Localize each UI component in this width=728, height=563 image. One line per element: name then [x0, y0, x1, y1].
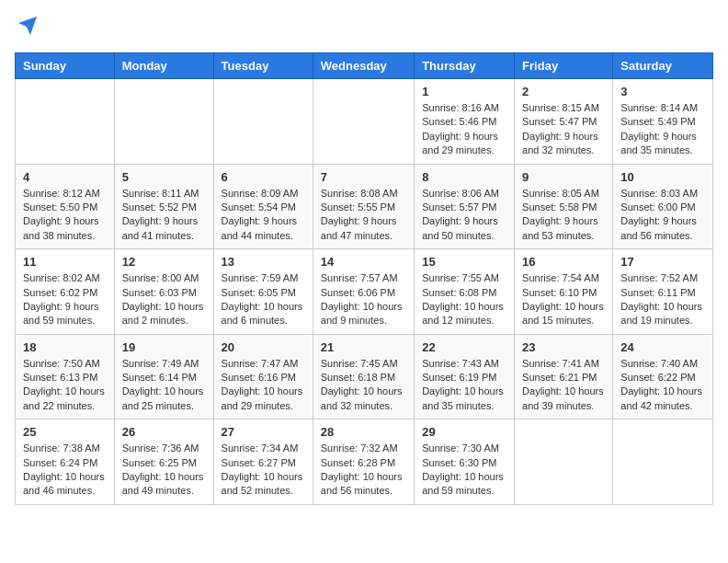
day-info: Sunrise: 7:54 AM Sunset: 6:10 PM Dayligh… [522, 271, 605, 328]
day-info: Sunrise: 8:16 AM Sunset: 5:46 PM Dayligh… [422, 101, 506, 158]
calendar-week-row: 11Sunrise: 8:02 AM Sunset: 6:02 PM Dayli… [16, 249, 713, 335]
page-header [15, 15, 713, 41]
day-number: 27 [222, 425, 305, 439]
day-info: Sunrise: 8:03 AM Sunset: 6:00 PM Dayligh… [620, 187, 705, 244]
weekday-header-saturday: Saturday [613, 53, 713, 79]
calendar-body: 1Sunrise: 8:16 AM Sunset: 5:46 PM Daylig… [16, 79, 713, 505]
day-info: Sunrise: 7:30 AM Sunset: 6:30 PM Dayligh… [422, 442, 506, 499]
calendar-week-row: 25Sunrise: 7:38 AM Sunset: 6:24 PM Dayli… [16, 419, 713, 505]
day-number: 7 [321, 170, 406, 184]
calendar-cell: 27Sunrise: 7:34 AM Sunset: 6:27 PM Dayli… [213, 419, 313, 505]
day-info: Sunrise: 7:38 AM Sunset: 6:24 PM Dayligh… [23, 442, 107, 499]
day-info: Sunrise: 7:43 AM Sunset: 6:19 PM Dayligh… [422, 357, 506, 414]
day-info: Sunrise: 8:14 AM Sunset: 5:49 PM Dayligh… [620, 101, 705, 158]
day-number: 23 [522, 340, 605, 354]
calendar-cell: 24Sunrise: 7:40 AM Sunset: 6:22 PM Dayli… [613, 334, 713, 419]
logo [15, 15, 39, 41]
day-info: Sunrise: 7:41 AM Sunset: 6:21 PM Dayligh… [522, 357, 605, 414]
day-info: Sunrise: 8:02 AM Sunset: 6:02 PM Dayligh… [23, 271, 107, 328]
day-info: Sunrise: 7:55 AM Sunset: 6:08 PM Dayligh… [422, 271, 506, 328]
calendar-cell: 5Sunrise: 8:11 AM Sunset: 5:52 PM Daylig… [114, 164, 213, 249]
calendar-cell: 15Sunrise: 7:55 AM Sunset: 6:08 PM Dayli… [415, 249, 515, 335]
day-number: 9 [522, 170, 605, 184]
calendar-cell: 13Sunrise: 7:59 AM Sunset: 6:05 PM Dayli… [213, 249, 313, 335]
day-number: 10 [620, 170, 705, 184]
calendar-cell: 19Sunrise: 7:49 AM Sunset: 6:14 PM Dayli… [114, 334, 213, 419]
calendar-cell: 9Sunrise: 8:05 AM Sunset: 5:58 PM Daylig… [515, 164, 613, 249]
day-info: Sunrise: 7:49 AM Sunset: 6:14 PM Dayligh… [122, 357, 206, 414]
calendar-week-row: 1Sunrise: 8:16 AM Sunset: 5:46 PM Daylig… [16, 79, 713, 165]
day-number: 3 [620, 85, 705, 98]
calendar-cell: 4Sunrise: 8:12 AM Sunset: 5:50 PM Daylig… [16, 164, 115, 249]
weekday-header-tuesday: Tuesday [213, 53, 313, 79]
calendar-cell: 3Sunrise: 8:14 AM Sunset: 5:49 PM Daylig… [613, 79, 713, 165]
day-info: Sunrise: 7:57 AM Sunset: 6:06 PM Dayligh… [321, 271, 406, 328]
calendar-cell: 7Sunrise: 8:08 AM Sunset: 5:55 PM Daylig… [313, 164, 414, 249]
day-number: 5 [122, 170, 206, 184]
calendar-cell: 17Sunrise: 7:52 AM Sunset: 6:11 PM Dayli… [613, 249, 713, 335]
day-number: 26 [122, 425, 206, 439]
day-number: 6 [222, 170, 305, 184]
day-info: Sunrise: 8:00 AM Sunset: 6:03 PM Dayligh… [122, 271, 206, 328]
calendar-cell: 22Sunrise: 7:43 AM Sunset: 6:19 PM Dayli… [415, 334, 515, 419]
calendar-week-row: 18Sunrise: 7:50 AM Sunset: 6:13 PM Dayli… [16, 334, 713, 419]
calendar-cell: 26Sunrise: 7:36 AM Sunset: 6:25 PM Dayli… [114, 419, 213, 505]
weekday-header-thursday: Thursday [415, 53, 515, 79]
day-info: Sunrise: 7:59 AM Sunset: 6:05 PM Dayligh… [222, 271, 305, 328]
day-info: Sunrise: 8:06 AM Sunset: 5:57 PM Dayligh… [422, 187, 506, 244]
calendar-cell: 16Sunrise: 7:54 AM Sunset: 6:10 PM Dayli… [515, 249, 613, 335]
day-number: 22 [422, 340, 506, 354]
calendar-cell: 28Sunrise: 7:32 AM Sunset: 6:28 PM Dayli… [313, 419, 414, 505]
calendar-cell: 1Sunrise: 8:16 AM Sunset: 5:46 PM Daylig… [415, 79, 515, 165]
day-info: Sunrise: 7:52 AM Sunset: 6:11 PM Dayligh… [620, 271, 705, 328]
day-info: Sunrise: 8:05 AM Sunset: 5:58 PM Dayligh… [522, 187, 605, 244]
day-info: Sunrise: 8:08 AM Sunset: 5:55 PM Dayligh… [321, 187, 406, 244]
day-info: Sunrise: 7:40 AM Sunset: 6:22 PM Dayligh… [620, 357, 705, 414]
day-number: 12 [122, 255, 206, 269]
day-number: 13 [222, 255, 305, 269]
day-number: 19 [122, 340, 206, 354]
calendar-cell: 12Sunrise: 8:00 AM Sunset: 6:03 PM Dayli… [114, 249, 213, 335]
day-number: 18 [23, 340, 107, 354]
calendar-header-row: SundayMondayTuesdayWednesdayThursdayFrid… [16, 53, 713, 79]
day-number: 17 [620, 255, 705, 269]
day-info: Sunrise: 7:32 AM Sunset: 6:28 PM Dayligh… [321, 442, 406, 499]
calendar-table: SundayMondayTuesdayWednesdayThursdayFrid… [15, 52, 713, 505]
calendar-cell: 10Sunrise: 8:03 AM Sunset: 6:00 PM Dayli… [613, 164, 713, 249]
calendar-cell: 8Sunrise: 8:06 AM Sunset: 5:57 PM Daylig… [415, 164, 515, 249]
day-number: 25 [23, 425, 107, 439]
day-number: 24 [620, 340, 705, 354]
day-info: Sunrise: 7:34 AM Sunset: 6:27 PM Dayligh… [222, 442, 305, 499]
day-number: 4 [23, 170, 107, 184]
calendar-cell [613, 419, 713, 505]
calendar-cell [313, 79, 414, 165]
day-info: Sunrise: 7:36 AM Sunset: 6:25 PM Dayligh… [122, 442, 206, 499]
calendar-cell: 11Sunrise: 8:02 AM Sunset: 6:02 PM Dayli… [16, 249, 115, 335]
calendar-cell [515, 419, 613, 505]
calendar-cell: 20Sunrise: 7:47 AM Sunset: 6:16 PM Dayli… [213, 334, 313, 419]
day-info: Sunrise: 7:50 AM Sunset: 6:13 PM Dayligh… [23, 357, 107, 414]
calendar-cell: 25Sunrise: 7:38 AM Sunset: 6:24 PM Dayli… [16, 419, 115, 505]
day-number: 8 [422, 170, 506, 184]
day-info: Sunrise: 7:45 AM Sunset: 6:18 PM Dayligh… [321, 357, 406, 414]
day-number: 15 [422, 255, 506, 269]
day-number: 2 [522, 85, 605, 98]
calendar-cell [213, 79, 313, 165]
day-number: 21 [321, 340, 406, 354]
weekday-header-monday: Monday [114, 53, 213, 79]
calendar-cell: 2Sunrise: 8:15 AM Sunset: 5:47 PM Daylig… [515, 79, 613, 165]
weekday-header-friday: Friday [515, 53, 613, 79]
day-info: Sunrise: 8:15 AM Sunset: 5:47 PM Dayligh… [522, 101, 605, 158]
day-number: 29 [422, 425, 506, 439]
calendar-cell: 14Sunrise: 7:57 AM Sunset: 6:06 PM Dayli… [313, 249, 414, 335]
day-info: Sunrise: 8:12 AM Sunset: 5:50 PM Dayligh… [23, 187, 107, 244]
day-info: Sunrise: 8:11 AM Sunset: 5:52 PM Dayligh… [122, 187, 206, 244]
day-number: 11 [23, 255, 107, 269]
calendar-cell: 29Sunrise: 7:30 AM Sunset: 6:30 PM Dayli… [415, 419, 515, 505]
calendar-week-row: 4Sunrise: 8:12 AM Sunset: 5:50 PM Daylig… [16, 164, 713, 249]
day-info: Sunrise: 8:09 AM Sunset: 5:54 PM Dayligh… [222, 187, 305, 244]
day-number: 16 [522, 255, 605, 269]
weekday-header-wednesday: Wednesday [313, 53, 414, 79]
calendar-cell [16, 79, 115, 165]
weekday-header-sunday: Sunday [16, 53, 115, 79]
